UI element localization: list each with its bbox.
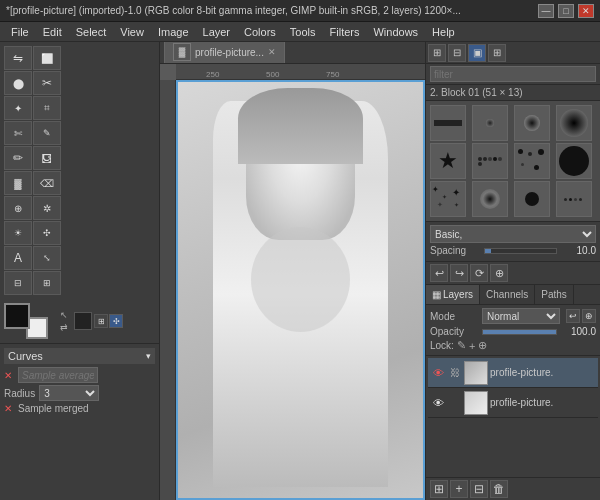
layers-actions: ⊞ + ⊟ 🗑: [426, 477, 600, 500]
mode-chain-icon[interactable]: ⊕: [582, 309, 596, 323]
brush-shape-star: ★: [438, 150, 458, 172]
panel-expand-icon[interactable]: ▾: [146, 351, 151, 361]
mode-link-icon[interactable]: ↩: [566, 309, 580, 323]
sample-average-row: ✕: [4, 367, 155, 383]
canvas-tab-label: profile-picture...: [195, 47, 264, 58]
layers-tab-layers-label: Layers: [443, 289, 473, 300]
layers-tab-paths[interactable]: Paths: [535, 285, 574, 304]
menu-windows[interactable]: Windows: [366, 23, 425, 41]
brush-action-refresh[interactable]: ⟳: [470, 264, 488, 282]
brush-item-dots-sm[interactable]: [472, 143, 508, 179]
menu-tools[interactable]: Tools: [283, 23, 323, 41]
brush-preset-select[interactable]: Basic,: [430, 225, 596, 243]
layer-action-copy[interactable]: ⊟: [470, 480, 488, 498]
menu-colors[interactable]: Colors: [237, 23, 283, 41]
brush-filter-input[interactable]: [430, 66, 596, 82]
menu-layer[interactable]: Layer: [196, 23, 238, 41]
tool-select-rect[interactable]: ⬜: [33, 46, 61, 70]
swatch-container: [4, 303, 54, 339]
brush-item-scatter[interactable]: [514, 143, 550, 179]
reset-colors-icon[interactable]: ↖: [60, 310, 68, 320]
canvas-content: [176, 80, 425, 500]
lock-move-icon[interactable]: +: [469, 340, 475, 352]
tool-clone[interactable]: ⊕: [4, 196, 32, 220]
brush-tool-4[interactable]: ⊞: [488, 44, 506, 62]
canvas-image-area[interactable]: [176, 80, 425, 500]
tool-bucket[interactable]: ⛾: [33, 146, 61, 170]
tool-scissors[interactable]: ✄: [4, 121, 32, 145]
brush-action-undo[interactable]: ↩: [430, 264, 448, 282]
brush-tool-3[interactable]: ▣: [468, 44, 486, 62]
tool-transform[interactable]: ⤡: [33, 246, 61, 270]
menu-image[interactable]: Image: [151, 23, 196, 41]
mode-select[interactable]: Normal Multiply Screen: [482, 308, 560, 324]
brush-item-large-circle[interactable]: [556, 143, 592, 179]
opacity-slider[interactable]: [482, 329, 557, 335]
layer-1-eye[interactable]: 👁: [430, 365, 446, 381]
brush-item-md-blur[interactable]: [514, 105, 550, 141]
quick-mask[interactable]: [74, 312, 92, 330]
maximize-button[interactable]: □: [558, 4, 574, 18]
brush-item-rect[interactable]: [430, 105, 466, 141]
tool-free-select[interactable]: ✂: [33, 71, 61, 95]
lock-alpha-icon[interactable]: ⊕: [478, 339, 487, 352]
minimize-button[interactable]: —: [538, 4, 554, 18]
canvas-tab-active[interactable]: ▓ profile-picture... ✕: [164, 42, 285, 63]
layer-action-new-group[interactable]: ⊞: [430, 480, 448, 498]
canvas-tab-close[interactable]: ✕: [268, 47, 276, 57]
brush-item-hard-circle[interactable]: [514, 181, 550, 217]
brush-item-tiny-dots[interactable]: [556, 181, 592, 217]
tool-gradient[interactable]: ▓: [4, 171, 32, 195]
tool-smudge[interactable]: ✣: [33, 221, 61, 245]
sample-average-input[interactable]: [18, 367, 98, 383]
layers-tab-channels[interactable]: Channels: [480, 285, 535, 304]
foreground-color[interactable]: [4, 303, 30, 329]
brush-item-soft-edge[interactable]: [472, 181, 508, 217]
brush-item-sm-blur[interactable]: [472, 105, 508, 141]
lock-paint-icon[interactable]: ✎: [457, 339, 466, 352]
layers-tab-layers[interactable]: ▦ Layers: [426, 285, 480, 304]
swap-colors-icon[interactable]: ⇄: [60, 322, 68, 332]
layer-row-2[interactable]: 👁 ⛓ profile-picture.: [428, 388, 598, 418]
brush-item-lg-blur[interactable]: [556, 105, 592, 141]
tool-measure[interactable]: ⊟: [4, 271, 32, 295]
brush-item-stars-scatter[interactable]: ✦ ✦ ✦ ✦ ✦: [430, 181, 466, 217]
nav-move[interactable]: ✣: [109, 314, 123, 328]
tool-heal[interactable]: ✲: [33, 196, 61, 220]
tool-eraser[interactable]: ⌫: [33, 171, 61, 195]
brush-tool-1[interactable]: ⊞: [428, 44, 446, 62]
tool-flip[interactable]: ⊞: [33, 271, 61, 295]
layer-1-chain[interactable]: ⛓: [448, 366, 462, 380]
brush-action-redo[interactable]: ↪: [450, 264, 468, 282]
brush-shape-large-circle: [559, 146, 589, 176]
menu-view[interactable]: View: [113, 23, 151, 41]
canvas-wrapper[interactable]: 250 500 750: [160, 64, 425, 500]
menu-filters[interactable]: Filters: [323, 23, 367, 41]
menu-select[interactable]: Select: [69, 23, 114, 41]
brush-action-add[interactable]: ⊕: [490, 264, 508, 282]
nav-zoom[interactable]: ⊞: [94, 314, 108, 328]
tool-move[interactable]: ⇋: [4, 46, 32, 70]
menu-help[interactable]: Help: [425, 23, 462, 41]
tool-dodge[interactable]: ☀: [4, 221, 32, 245]
tool-text[interactable]: A: [4, 246, 32, 270]
close-button[interactable]: ✕: [578, 4, 594, 18]
tool-paint[interactable]: ✏: [4, 146, 32, 170]
brush-item-star[interactable]: ★: [430, 143, 466, 179]
tool-select-by-color[interactable]: ⌗: [33, 96, 61, 120]
layer-row-1[interactable]: 👁 ⛓ profile-picture.: [428, 358, 598, 388]
layer-action-delete[interactable]: 🗑: [490, 480, 508, 498]
layer-2-eye[interactable]: 👁: [430, 395, 446, 411]
radius-select[interactable]: 3 5 7: [39, 385, 99, 401]
tool-paths[interactable]: ✎: [33, 121, 61, 145]
tool-fuzzy-select[interactable]: ✦: [4, 96, 32, 120]
opacity-value: 100.0: [561, 326, 596, 337]
brush-tool-2[interactable]: ⊟: [448, 44, 466, 62]
spacing-slider[interactable]: [484, 248, 557, 254]
menu-edit[interactable]: Edit: [36, 23, 69, 41]
tool-select-ellipse[interactable]: ⬤: [4, 71, 32, 95]
layer-action-new-layer[interactable]: +: [450, 480, 468, 498]
sample-merged-label: Sample merged: [18, 403, 89, 414]
layer-2-chain[interactable]: ⛓: [448, 396, 462, 410]
menu-file[interactable]: File: [4, 23, 36, 41]
